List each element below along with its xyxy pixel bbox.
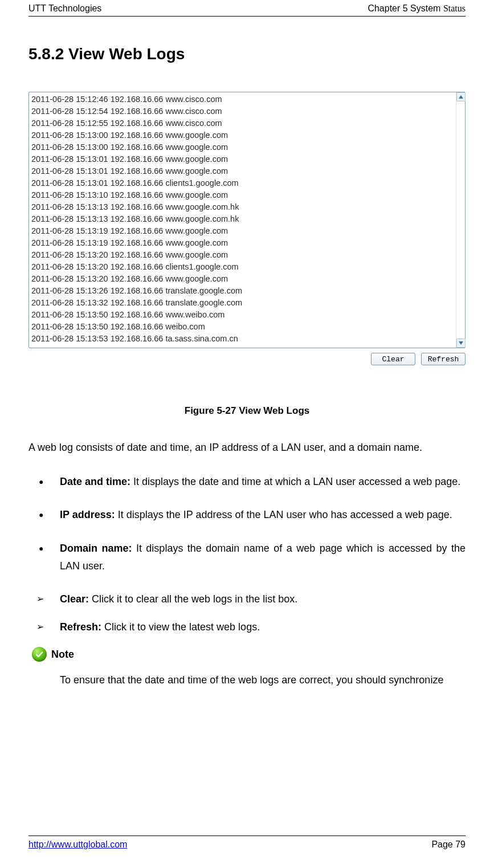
svg-marker-0 — [459, 95, 463, 99]
log-row[interactable]: 2011-06-28 15:13:13 192.168.16.66 www.go… — [31, 213, 454, 225]
term-label: Refresh: — [60, 621, 101, 633]
checkmark-icon — [35, 650, 44, 659]
note-text: To ensure that the date and time of the … — [28, 672, 466, 688]
header-left: UTT Technologies — [28, 3, 101, 14]
log-row[interactable]: 2011-06-28 15:13:32 192.168.16.66 transl… — [31, 297, 454, 309]
term-text: Click it to view the latest web logs. — [101, 621, 260, 633]
note-label: Note — [51, 649, 74, 661]
log-row[interactable]: 2011-06-28 15:13:20 192.168.16.66 www.go… — [31, 249, 454, 261]
list-item: Clear: Click it to clear all the web log… — [28, 590, 466, 608]
log-row[interactable]: 2011-06-28 15:12:46 192.168.16.66 www.ci… — [31, 93, 454, 105]
scroll-up-button[interactable] — [456, 92, 466, 101]
log-row[interactable]: 2011-06-28 15:13:53 192.168.16.66 ta.sas… — [31, 333, 454, 345]
web-log-listbox[interactable]: 2011-06-28 15:12:46 192.168.16.66 www.ci… — [29, 92, 456, 348]
log-row[interactable]: 2011-06-28 15:13:10 192.168.16.66 www.go… — [31, 189, 454, 201]
log-row[interactable]: 2011-06-28 15:13:19 192.168.16.66 www.go… — [31, 225, 454, 237]
header-status: Status — [443, 3, 466, 13]
check-circle-icon — [32, 647, 47, 662]
log-row[interactable]: 2011-06-28 15:13:00 192.168.16.66 www.go… — [31, 129, 454, 141]
section-heading: 5.8.2 View Web Logs — [28, 45, 466, 63]
footer-link[interactable]: http://www.uttglobal.com — [28, 840, 127, 850]
note-header: Note — [28, 647, 466, 662]
web-log-panel: 2011-06-28 15:12:46 192.168.16.66 www.ci… — [28, 92, 466, 348]
header-right: Chapter 5 System Status — [368, 3, 466, 14]
header-divider — [28, 16, 466, 17]
footer-divider — [28, 836, 466, 836]
log-row[interactable]: 2011-06-28 15:13:01 192.168.16.66 www.go… — [31, 165, 454, 177]
log-row[interactable]: 2011-06-28 15:13:26 192.168.16.66 transl… — [31, 285, 454, 297]
log-row[interactable]: 2011-06-28 15:12:55 192.168.16.66 www.ci… — [31, 117, 454, 129]
term-label: IP address: — [60, 509, 115, 520]
log-row[interactable]: 2011-06-28 15:13:50 192.168.16.66 www.we… — [31, 309, 454, 321]
log-row[interactable]: 2011-06-28 15:13:20 192.168.16.66 www.go… — [31, 273, 454, 285]
term-text: Click it to clear all the web logs in th… — [89, 593, 297, 605]
list-item: Domain name: It displays the domain name… — [28, 540, 466, 574]
term-label: Clear: — [60, 593, 89, 605]
clear-button[interactable]: Clear — [371, 353, 415, 365]
header-chapter: Chapter 5 System — [368, 3, 443, 13]
arrow-down-icon — [459, 341, 463, 345]
term-text: It displays the IP address of the LAN us… — [115, 509, 452, 520]
list-item: Refresh: Click it to view the latest web… — [28, 618, 466, 636]
page-footer: http://www.uttglobal.com Page 79 — [28, 836, 466, 850]
term-label: Domain name: — [60, 543, 132, 554]
intro-paragraph: A web log consists of date and time, an … — [28, 439, 466, 456]
arrow-up-icon — [459, 95, 463, 99]
log-row[interactable]: 2011-06-28 15:13:01 192.168.16.66 client… — [31, 177, 454, 189]
list-item: IP address: It displays the IP address o… — [28, 506, 466, 524]
field-definitions-list: Date and time: It displays the date and … — [28, 473, 466, 574]
scroll-down-button[interactable] — [456, 339, 466, 348]
log-row[interactable]: 2011-06-28 15:13:20 192.168.16.66 client… — [31, 261, 454, 273]
action-definitions-list: Clear: Click it to clear all the web log… — [28, 590, 466, 635]
term-label: Date and time: — [60, 476, 130, 487]
log-row[interactable]: 2011-06-28 15:12:54 192.168.16.66 www.ci… — [31, 105, 454, 117]
page-header: UTT Technologies Chapter 5 System Status — [28, 0, 466, 14]
refresh-button[interactable]: Refresh — [421, 353, 466, 365]
log-row[interactable]: 2011-06-28 15:13:50 192.168.16.66 weibo.… — [31, 321, 454, 333]
log-row[interactable]: 2011-06-28 15:13:13 192.168.16.66 www.go… — [31, 201, 454, 213]
scrollbar-vertical[interactable] — [456, 92, 465, 348]
term-text: It displays the date and time at which a… — [130, 476, 460, 487]
page-number: Page 79 — [431, 840, 466, 850]
log-row[interactable]: 2011-06-28 15:13:19 192.168.16.66 www.go… — [31, 237, 454, 249]
figure-caption: Figure 5-27 View Web Logs — [28, 405, 466, 417]
log-row[interactable]: 2011-06-28 15:13:00 192.168.16.66 www.go… — [31, 141, 454, 153]
log-row[interactable]: 2011-06-28 15:13:01 192.168.16.66 www.go… — [31, 153, 454, 165]
log-panel-buttons: Clear Refresh — [28, 353, 466, 365]
list-item: Date and time: It displays the date and … — [28, 473, 466, 491]
svg-marker-1 — [459, 341, 463, 345]
